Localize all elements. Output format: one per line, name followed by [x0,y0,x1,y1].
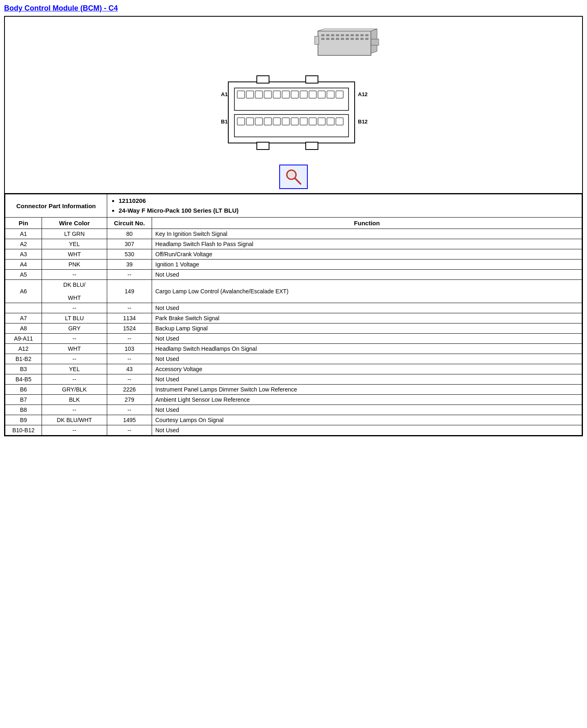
connector-diagram: A1 A12 B1 B12 [208,25,379,156]
page-title: Body Control Module (BCM) - C4 [4,4,583,13]
svg-rect-7 [341,34,344,36]
wire-color-header: Wire Color [42,218,107,229]
cell-pin: A8 [5,323,42,334]
cell-wire-color: WHT [42,344,107,354]
svg-rect-10 [355,34,359,36]
cell-pin: B3 [5,364,42,374]
cell-function: Not Used [152,270,582,280]
cell-pin: A4 [5,260,42,270]
cell-circuit-no: -- [107,303,152,313]
cell-function: Park Brake Switch Signal [152,313,582,323]
cell-function: Courtesy Lamps On Signal [152,415,582,425]
table-row: B4-B5----Not Used [5,374,582,385]
cell-wire-color: LT GRN [42,229,107,239]
cell-function: Headlamp Switch Headlamps On Signal [152,344,582,354]
svg-rect-22 [365,38,369,40]
table-row: A1LT GRN80Key In Ignition Switch Signal [5,229,582,239]
cell-circuit-no: 307 [107,239,152,249]
cell-circuit-no: 530 [107,249,152,260]
svg-rect-15 [331,38,334,40]
cell-circuit-no: -- [107,354,152,364]
cell-pin: B10-B12 [5,425,42,435]
diagram-area: A1 A12 B1 B12 [5,17,582,194]
cell-function: Headlamp Switch Flash to Pass Signal [152,239,582,249]
cell-function: Not Used [152,425,582,435]
svg-rect-21 [360,38,364,40]
cell-circuit-no: -- [107,334,152,344]
svg-rect-30 [234,88,349,110]
svg-text:B12: B12 [358,119,368,125]
cell-wire-color: LT BLU [42,313,107,323]
cell-pin: A3 [5,249,42,260]
cell-function: Ambient Light Sensor Low Reference [152,395,582,405]
svg-marker-1 [318,29,377,31]
cell-wire-color: YEL [42,239,107,249]
cell-pin: B1-B2 [5,354,42,364]
table-row: A2YEL307Headlamp Switch Flash to Pass Si… [5,239,582,249]
cell-function: Instrument Panel Lamps Dimmer Switch Low… [152,385,582,395]
connector-part-info-label: Connector Part Information [5,194,107,218]
svg-text:A1: A1 [221,91,228,97]
cell-function: Not Used [152,354,582,364]
cell-circuit-no: 149 [107,280,152,303]
svg-rect-18 [346,38,349,40]
cell-function: Key In Ignition Switch Signal [152,229,582,239]
svg-rect-28 [257,142,269,150]
svg-rect-26 [257,76,269,83]
table-row: B6GRY/BLK2226Instrument Panel Lamps Dimm… [5,385,582,395]
cell-wire-color: -- [42,374,107,385]
cell-function: Not Used [152,334,582,344]
cell-pin: A5 [5,270,42,280]
table-row: B10-B12----Not Used [5,425,582,435]
svg-rect-19 [351,38,354,40]
svg-rect-20 [355,38,359,40]
cell-circuit-no: 1134 [107,313,152,323]
svg-rect-16 [336,38,339,40]
table-row: B8----Not Used [5,405,582,415]
svg-point-62 [288,172,295,178]
cell-wire-color: BLK [42,395,107,405]
cell-function: Not Used [152,303,582,313]
cell-function: Accessory Voltage [152,364,582,374]
svg-rect-12 [365,34,369,36]
cell-pin: A2 [5,239,42,249]
table-row: A7LT BLU1134Park Brake Switch Signal [5,313,582,323]
cell-wire-color: DK BLU/WHT [42,280,107,303]
cell-circuit-no: 103 [107,344,152,354]
cell-pin: A12 [5,344,42,354]
cell-pin: A6 [5,280,42,303]
svg-rect-29 [306,142,318,150]
cell-wire-color: -- [42,405,107,415]
cell-circuit-no: -- [107,270,152,280]
svg-rect-14 [326,38,329,40]
svg-rect-11 [360,34,364,36]
svg-rect-24 [371,39,379,45]
connector-table: Connector Part Information 12110206 24-W… [5,194,582,435]
cell-circuit-no: 1524 [107,323,152,334]
main-container: A1 A12 B1 B12 Connector Part Info [4,16,583,436]
cell-function: Not Used [152,405,582,415]
table-row: ----Not Used [5,303,582,313]
cell-circuit-no: -- [107,374,152,385]
cell-function: Cargo Lamp Low Control (Avalanche/Escala… [152,280,582,303]
cell-circuit-no: 43 [107,364,152,374]
svg-rect-4 [326,34,329,36]
connector-details-cell: 12110206 24-Way F Micro-Pack 100 Series … [107,194,582,218]
svg-text:B1: B1 [221,119,228,125]
cell-pin: B4-B5 [5,374,42,385]
cell-pin: B9 [5,415,42,425]
cell-pin: A1 [5,229,42,239]
table-row: A6DK BLU/WHT149Cargo Lamp Low Control (A… [5,280,582,303]
cell-wire-color: -- [42,270,107,280]
cell-wire-color: WHT [42,249,107,260]
cell-circuit-no: -- [107,405,152,415]
table-row: A4PNK39Ignition 1 Voltage [5,260,582,270]
cell-circuit-no: 80 [107,229,152,239]
table-row: B1-B2----Not Used [5,354,582,364]
magnify-button[interactable] [279,165,308,189]
cell-wire-color: -- [42,303,107,313]
cell-wire-color: -- [42,354,107,364]
svg-rect-23 [315,36,319,44]
cell-function: Backup Lamp Signal [152,323,582,334]
cell-pin: B6 [5,385,42,395]
